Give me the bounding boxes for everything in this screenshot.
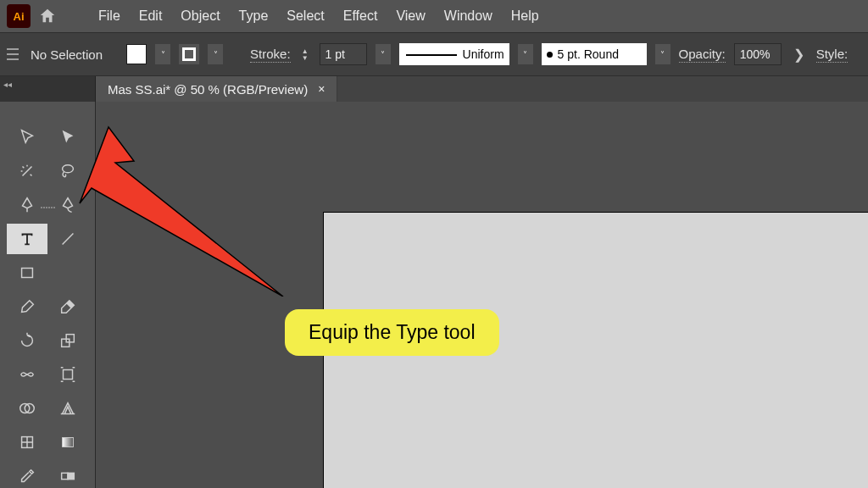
svg-rect-10 <box>68 473 74 479</box>
gradient-tool[interactable] <box>47 427 88 458</box>
svg-rect-9 <box>62 473 68 479</box>
toolbar-header <box>0 76 96 102</box>
brush-label: 5 pt. Round <box>558 47 619 61</box>
home-icon <box>38 7 57 25</box>
stroke-stepper[interactable]: ▲▼ <box>299 48 311 61</box>
control-bar: No Selection ˅ ˅ Stroke: ▲▼ 1 pt ˅ Unifo… <box>0 32 868 76</box>
mesh-tool[interactable] <box>7 427 47 458</box>
main-menu: File Edit Object Type Select Effect View… <box>98 8 539 24</box>
menu-file[interactable]: File <box>98 8 120 24</box>
menu-window[interactable]: Window <box>444 8 492 24</box>
annotation-callout: Equip the Type tool <box>285 309 499 356</box>
tools-panel <box>0 102 96 488</box>
menu-bar: Ai File Edit Object Type Select Effect V… <box>0 0 868 32</box>
perspective-grid-tool[interactable] <box>47 393 88 424</box>
controlbar-menu-icon[interactable] <box>7 48 19 60</box>
variable-width-profile[interactable]: Uniform <box>399 43 509 65</box>
opacity-label[interactable]: Opacity: <box>679 47 726 63</box>
paintbrush-tool[interactable] <box>7 291 47 322</box>
direct-selection-tool[interactable] <box>47 122 88 152</box>
svg-point-0 <box>63 165 74 173</box>
profile-dropdown[interactable]: ˅ <box>518 44 533 64</box>
rectangle-tool[interactable] <box>7 258 47 288</box>
stroke-weight-dropdown[interactable]: ˅ <box>376 44 391 64</box>
canvas[interactable] <box>96 102 868 488</box>
stroke-weight-input[interactable]: 1 pt <box>320 43 367 65</box>
svg-rect-1 <box>22 269 33 278</box>
panel-grip[interactable] <box>31 207 64 212</box>
home-button[interactable] <box>36 4 59 28</box>
magic-wand-tool[interactable] <box>7 156 47 186</box>
line-segment-tool[interactable] <box>47 224 88 254</box>
menu-select[interactable]: Select <box>287 8 324 24</box>
lasso-tool[interactable] <box>47 156 88 186</box>
stroke-label[interactable]: Stroke: <box>250 47 291 63</box>
svg-rect-2 <box>62 339 70 347</box>
brush-definition[interactable]: 5 pt. Round <box>542 43 647 65</box>
tab-title: Mas SS.ai* @ 50 % (RGB/Preview) <box>108 82 308 97</box>
brush-dropdown[interactable]: ˅ <box>655 44 670 64</box>
svg-rect-3 <box>66 335 74 342</box>
svg-rect-4 <box>64 370 73 380</box>
stroke-dropdown[interactable]: ˅ <box>208 44 223 64</box>
close-tab-button[interactable]: × <box>318 82 325 96</box>
style-label[interactable]: Style: <box>816 47 849 63</box>
menu-object[interactable]: Object <box>181 8 220 24</box>
menu-view[interactable]: View <box>396 8 425 24</box>
fill-swatch[interactable] <box>126 44 147 64</box>
shape-builder-tool[interactable] <box>7 393 47 424</box>
app-logo: Ai <box>7 4 31 28</box>
free-transform-tool[interactable] <box>47 359 88 390</box>
rotate-tool[interactable] <box>7 325 47 356</box>
document-tabs: Mas SS.ai* @ 50 % (RGB/Preview) × <box>0 76 868 102</box>
document-tab[interactable]: Mas SS.ai* @ 50 % (RGB/Preview) × <box>96 76 337 102</box>
menu-effect[interactable]: Effect <box>343 8 378 24</box>
controlbar-more[interactable]: ❯ <box>790 47 808 63</box>
menu-type[interactable]: Type <box>239 8 269 24</box>
brush-dot-icon <box>547 52 553 58</box>
menu-help[interactable]: Help <box>511 8 539 24</box>
selection-status: No Selection <box>31 47 103 62</box>
fill-dropdown[interactable]: ˅ <box>155 44 170 64</box>
stroke-swatch[interactable] <box>179 44 199 64</box>
selection-tool[interactable] <box>7 122 47 152</box>
profile-label: Uniform <box>463 47 504 61</box>
scale-tool[interactable] <box>47 325 88 356</box>
panel-collapse-handle[interactable]: ◂◂ <box>3 80 12 89</box>
svg-rect-8 <box>63 438 74 447</box>
opacity-input[interactable]: 100% <box>734 43 782 65</box>
eyedropper-tool[interactable] <box>7 461 47 488</box>
blend-tool[interactable] <box>47 461 88 488</box>
eraser-tool[interactable] <box>47 291 88 322</box>
main-area <box>0 102 868 488</box>
type-tool[interactable] <box>7 224 47 254</box>
menu-edit[interactable]: Edit <box>139 8 163 24</box>
width-tool[interactable] <box>7 359 47 390</box>
pen-tool[interactable] <box>7 190 47 220</box>
empty-tool-slot <box>47 258 88 288</box>
curvature-tool[interactable] <box>47 190 88 220</box>
